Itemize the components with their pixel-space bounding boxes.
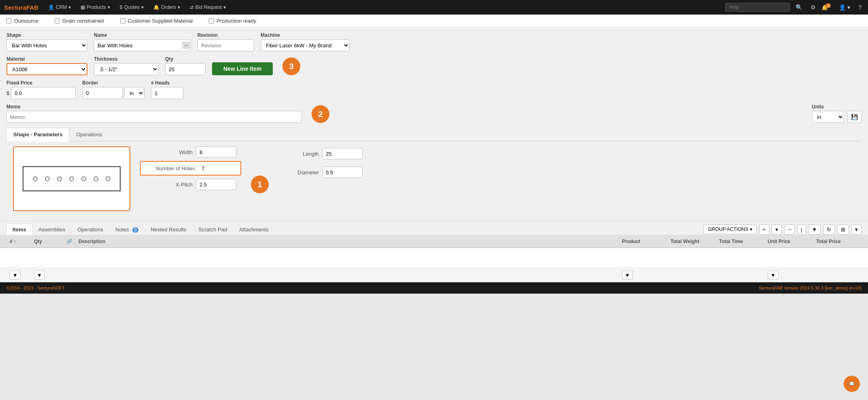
nav-products[interactable]: ▦ Products ▾ xyxy=(76,2,114,13)
name-label: Name xyxy=(94,32,191,38)
diameter-label: Diameter xyxy=(287,169,319,176)
filter-product-btn[interactable]: ▼ xyxy=(622,271,633,279)
nav-quotes[interactable]: $ Quotes ▾ xyxy=(116,2,148,13)
production-ready-checkbox[interactable] xyxy=(209,18,214,23)
search-button[interactable]: 🔍 xyxy=(793,2,805,12)
machine-select[interactable]: Fiber Laser 6kW - My Brand xyxy=(261,39,350,51)
name-lookup-button[interactable]: ··· xyxy=(182,42,190,49)
annotation-3: 3 xyxy=(282,57,300,75)
customer-supplied-label: Customer Supplied Material xyxy=(128,18,193,24)
columns-dropdown-button[interactable]: ▾ xyxy=(851,224,862,235)
new-line-wrapper: New Line Item 3 xyxy=(212,57,300,75)
help-input[interactable] xyxy=(725,3,790,12)
dollar-icon: $ xyxy=(120,4,123,10)
shape-select[interactable]: Bar With Holes xyxy=(6,39,87,51)
bottom-tab-items[interactable]: Items xyxy=(6,224,32,235)
shape-preview xyxy=(13,146,130,211)
new-line-item-button[interactable]: New Line Item xyxy=(212,62,273,75)
separator-button[interactable]: | xyxy=(797,224,806,235)
filter-up-btn[interactable]: ▼ xyxy=(768,271,779,279)
form-row-3: Fixed Price $ Border in # Heads xyxy=(6,80,862,99)
tab-shape-parameters[interactable]: Shape - Parameters xyxy=(6,128,69,142)
th-description: Description xyxy=(75,238,619,245)
nav-bid-request[interactable]: ⇄ Bid Request ▾ xyxy=(186,2,230,13)
footer-brand: ©2014 - 2023 - SecturaSOFT xyxy=(6,286,65,290)
grain-constrained-checkbox-label[interactable]: Grain constrained xyxy=(55,18,104,24)
memo-input[interactable] xyxy=(6,111,302,123)
qty-input[interactable] xyxy=(165,63,206,75)
footer: ©2014 - 2023 - SecturaSOFT SecturaFAB Ve… xyxy=(0,282,868,294)
bottom-tab-assemblies[interactable]: Assemblies xyxy=(32,224,71,235)
fixed-price-wrapper: $ xyxy=(6,87,76,99)
length-input[interactable] xyxy=(322,148,363,159)
chevron-down-icon: ▾ xyxy=(108,4,110,10)
bottom-tab-scratch-pad[interactable]: Scratch Pad xyxy=(192,224,233,235)
qty-label: Qty xyxy=(165,56,206,62)
outsource-checkbox[interactable] xyxy=(6,18,12,23)
refresh-button[interactable]: ↻ xyxy=(823,224,835,235)
bottom-tab-notes[interactable]: Notes 0 xyxy=(109,224,144,235)
border-label: Border xyxy=(82,80,144,86)
th-qty: Qty xyxy=(31,238,63,245)
grain-constrained-label: Grain constrained xyxy=(62,18,104,24)
bottom-tab-operations[interactable]: Operations xyxy=(71,224,109,235)
notification-wrapper: 🔔0 xyxy=(821,4,833,11)
shape-tabs-bar: Shape - Parameters Operations xyxy=(6,128,862,142)
help-button[interactable]: ? xyxy=(856,2,864,12)
th-unit-price: Unit Price xyxy=(764,238,813,245)
number-of-holes-input[interactable] xyxy=(198,163,239,174)
units-group: Units in xyxy=(812,104,844,123)
border-input[interactable] xyxy=(82,87,123,99)
filter-up: ▼ xyxy=(764,270,813,280)
diameter-row: Diameter xyxy=(287,167,363,178)
units-select[interactable]: in xyxy=(812,111,844,123)
add-row-dropdown-button[interactable]: ▾ xyxy=(772,224,782,235)
name-input-wrapper: ··· xyxy=(94,39,191,51)
bottom-tab-nested-results[interactable]: Nested Results xyxy=(144,224,192,235)
name-input[interactable] xyxy=(94,39,191,51)
outsource-checkbox-label[interactable]: Outsource xyxy=(6,18,38,24)
thickness-select[interactable]: .5 - 1/2" xyxy=(94,63,159,75)
form-row-2: Material A1008 Thickness .5 - 1/2" Qty N… xyxy=(6,56,862,75)
nav-orders[interactable]: 🔔 Orders ▾ xyxy=(149,2,184,13)
filter-row: ▼ ▼ ▼ ▼ xyxy=(0,268,868,282)
revision-group: Revision xyxy=(197,32,254,51)
outsource-label: Outsource xyxy=(14,18,38,24)
grain-constrained-checkbox[interactable] xyxy=(55,18,60,23)
number-of-holes-label: Number of Holes xyxy=(142,165,195,171)
remove-row-button[interactable]: − xyxy=(784,224,795,235)
checkboxes-row: Outsource Grain constrained Customer Sup… xyxy=(0,15,868,28)
bottom-tab-attachments[interactable]: Attachments xyxy=(233,224,274,235)
annotation-1: 1 xyxy=(251,176,269,193)
material-select[interactable]: A1008 xyxy=(6,63,87,75)
heads-input[interactable] xyxy=(151,87,183,99)
revision-input[interactable] xyxy=(197,39,254,51)
tab-operations[interactable]: Operations xyxy=(69,128,109,141)
customer-supplied-checkbox-label[interactable]: Customer Supplied Material xyxy=(120,18,193,24)
grid-icon: ▦ xyxy=(81,4,85,10)
material-label: Material xyxy=(6,56,87,62)
columns-button[interactable]: ⊞ xyxy=(837,224,849,235)
xpitch-input[interactable] xyxy=(196,179,236,190)
shape-right-fields: Length Diameter xyxy=(287,148,363,211)
customer-supplied-checkbox[interactable] xyxy=(120,18,125,23)
diameter-input[interactable] xyxy=(322,167,363,178)
bottom-tabs-bar: Items Assemblies Operations Notes 0 Nest… xyxy=(0,221,868,235)
user-menu-button[interactable]: 👤 ▾ xyxy=(836,2,853,12)
fixed-price-input[interactable] xyxy=(11,87,76,99)
production-ready-checkbox-label[interactable]: Production ready xyxy=(209,18,256,24)
group-actions-button[interactable]: GROUP ACTIONS ▾ xyxy=(703,224,756,234)
filter-button[interactable]: ▼ xyxy=(808,224,821,235)
svg-rect-0 xyxy=(23,167,120,191)
width-input[interactable] xyxy=(196,146,236,158)
border-unit-select[interactable]: in xyxy=(124,87,144,99)
nav-crm[interactable]: 👤 CRM ▾ xyxy=(44,2,75,13)
th-total-price: Total Price xyxy=(813,238,862,245)
save-icon-button[interactable]: 💾 xyxy=(847,111,862,123)
add-row-button[interactable]: + xyxy=(759,224,770,235)
shape-group: Shape Bar With Holes xyxy=(6,32,87,51)
filter-qty-btn[interactable]: ▼ xyxy=(34,271,45,279)
form-area: Shape Bar With Holes Name ··· Revision M… xyxy=(0,28,868,221)
settings-button[interactable]: ⚙ xyxy=(808,2,818,12)
filter-hash-btn[interactable]: ▼ xyxy=(10,271,21,279)
